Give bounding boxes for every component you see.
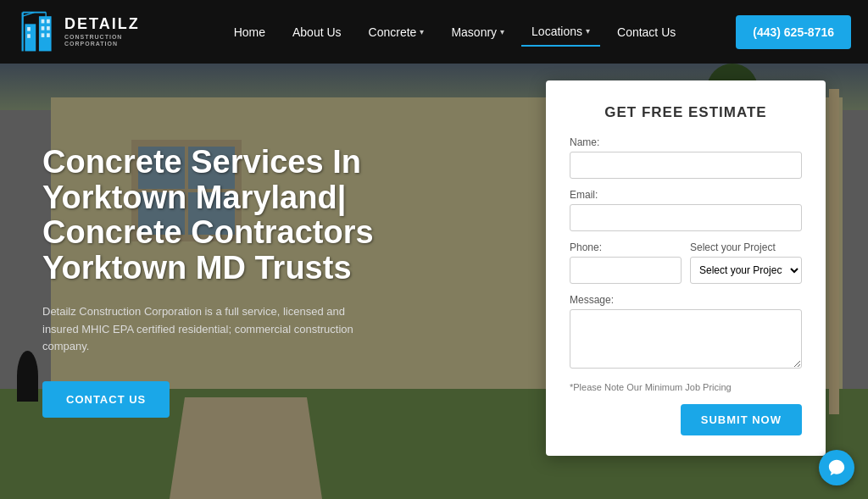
message-label: Message: [570,294,802,306]
svg-rect-0 [25,24,36,51]
nav-home[interactable]: Home [224,19,275,46]
form-title: GET FREE ESTIMATE [570,104,802,121]
logo-sub1: Construction [64,34,140,41]
svg-rect-4 [42,19,45,24]
phone-field-group: Phone: [570,241,682,284]
svg-rect-8 [47,26,50,30]
email-field-group: Email: [570,189,802,231]
hero-title: Concrete Services In Yorktown Maryland| … [42,145,441,286]
masonry-chevron-icon: ▾ [500,27,504,36]
form-note: *Please Note Our Minimum Job Pricing [570,382,802,392]
svg-rect-2 [27,27,31,31]
name-field-group: Name: [570,136,802,179]
nav-links: Home About Us Concrete ▾ Masonry ▾ Locat… [174,18,737,47]
logo-text: DETAILZ Construction Corporation [64,15,140,47]
phone-button[interactable]: (443) 625-8716 [736,15,851,49]
chat-icon [827,458,846,477]
phone-project-row: Phone: Select your Project Select your P… [570,241,802,284]
nav-about[interactable]: About Us [282,19,352,46]
svg-rect-3 [27,34,31,38]
project-field-group: Select your Project Select your Project … [690,241,802,284]
submit-button[interactable]: SUBMIT NOW [681,404,802,435]
name-input[interactable] [570,152,802,179]
nav-locations[interactable]: Locations ▾ [521,18,600,47]
hero-description: Detailz Construction Corporation is a fu… [42,303,364,356]
email-label: Email: [570,189,802,201]
nav-contact[interactable]: Contact Us [607,19,686,46]
svg-rect-7 [47,19,50,24]
message-textarea[interactable] [570,309,802,369]
hero-content: Concrete Services In Yorktown Maryland| … [0,64,483,499]
svg-rect-6 [42,33,45,37]
phone-label: Phone: [570,241,682,253]
locations-chevron-icon: ▾ [586,26,590,36]
phone-input[interactable] [570,257,682,284]
project-label: Select your Project [690,241,802,253]
hero-section: Concrete Services In Yorktown Maryland| … [0,64,868,499]
project-select[interactable]: Select your Project Concrete Masonry Dri… [690,257,802,284]
contact-us-button[interactable]: CONTACT US [42,381,170,418]
svg-rect-9 [47,33,50,37]
email-input[interactable] [570,204,802,231]
nav-masonry[interactable]: Masonry ▾ [441,19,515,46]
logo-sub2: Corporation [64,41,140,47]
estimate-form-card: GET FREE ESTIMATE Name: Email: Phone: Se… [546,80,826,456]
name-label: Name: [570,136,802,148]
svg-rect-5 [42,26,45,30]
navbar: DETAILZ Construction Corporation Home Ab… [0,0,868,64]
chat-bubble-button[interactable] [819,450,854,485]
logo[interactable]: DETAILZ Construction Corporation [17,8,140,55]
message-field-group: Message: [570,294,802,372]
nav-concrete[interactable]: Concrete ▾ [359,19,435,46]
concrete-chevron-icon: ▾ [420,27,424,36]
logo-icon [17,8,59,55]
logo-name: DETAILZ [64,15,140,34]
